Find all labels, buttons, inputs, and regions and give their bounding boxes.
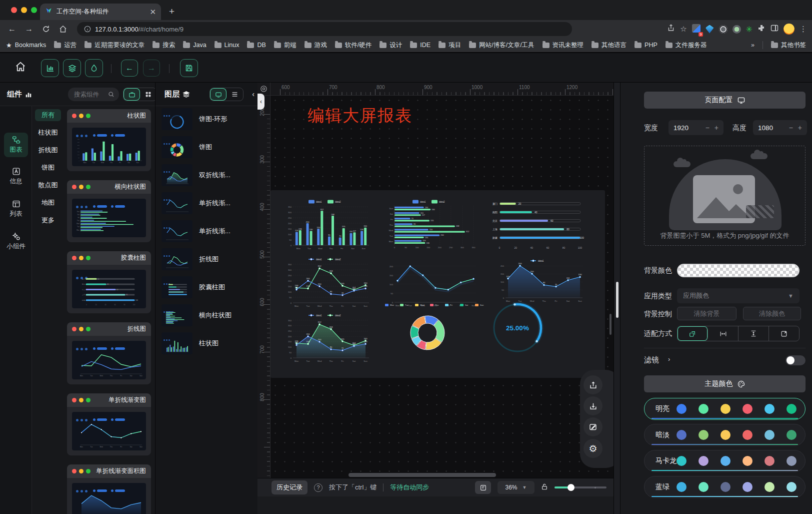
theme-color-dot[interactable] (742, 404, 752, 414)
chart-donut-pie[interactable]: MonTueWedThuFriSatSun (383, 303, 493, 355)
zoom-slider-knob[interactable] (568, 484, 574, 491)
category-折线图[interactable]: 折线图 (35, 144, 61, 156)
layer-item[interactable]: 横向柱状图 (162, 304, 254, 326)
theme-color-dot[interactable] (764, 404, 774, 414)
chart-dual-line[interactable]: data1data2050100150200250300350136130312… (280, 255, 372, 313)
sidebar-item-小组件[interactable]: 小组件 (4, 232, 28, 251)
tab-close-icon[interactable]: ✕ (150, 8, 156, 17)
theme-color-dot[interactable] (720, 482, 730, 492)
theme-color-dot[interactable] (676, 404, 686, 414)
theme-color-dot[interactable] (676, 482, 686, 492)
bookmark-item[interactable]: 前端 (274, 41, 296, 50)
height-minus[interactable]: − (789, 124, 793, 132)
layer-item[interactable]: 单折线渐... (162, 220, 254, 242)
bookmark-item[interactable]: 资讯未整理 (542, 41, 584, 50)
extension-green-icon[interactable] (732, 25, 741, 34)
clear-background-button[interactable]: 清除背景 (677, 307, 736, 320)
layer-item[interactable]: 柱状图 (162, 332, 254, 354)
theme-row-马卡龙[interactable]: 马卡龙 (644, 450, 806, 472)
layer-item[interactable]: 饼图-环形 (162, 108, 254, 130)
category-饼图[interactable]: 饼图 (35, 162, 61, 174)
theme-color-dot[interactable] (764, 482, 774, 492)
height-stepper[interactable]: 1080−+ (753, 120, 807, 135)
width-minus[interactable]: − (706, 124, 710, 132)
detail-panel-button[interactable] (475, 481, 491, 494)
bookmark-item[interactable]: Linux (214, 41, 240, 50)
export-icon[interactable] (584, 375, 602, 394)
bookmark-item[interactable]: 软件/硬件 (335, 41, 372, 50)
theme-color-dot[interactable] (720, 430, 730, 440)
bookmark-item[interactable]: PHP (634, 41, 658, 50)
bookmark-item[interactable]: 近期需要读的文章 (84, 41, 144, 50)
width-stepper[interactable]: 1920−+ (668, 120, 724, 135)
chrome-menu-icon[interactable]: ⋮ (800, 25, 807, 34)
chart-capsule-bar[interactable]: 厦门20南阳40北京60上海80新疆100020406080100 (488, 199, 585, 250)
theme-color-dot[interactable] (786, 430, 796, 440)
forward-icon[interactable]: → (22, 22, 36, 36)
theme-color-dot[interactable] (786, 482, 796, 492)
bookmark-item[interactable]: 文件服务器 (666, 41, 707, 50)
component-card[interactable]: 折线图MonTueWedThuFriSatSun (67, 322, 151, 384)
theme-color-dot[interactable] (698, 404, 708, 414)
filter-expand-icon[interactable]: › (668, 355, 670, 363)
theme-color-dot[interactable] (698, 430, 708, 440)
bookmark-item[interactable]: 运营 (54, 41, 76, 50)
grid-view-toggle[interactable] (140, 88, 156, 101)
layers-list-toggle[interactable] (226, 88, 243, 101)
site-info-icon[interactable] (84, 26, 91, 33)
category-地图[interactable]: 地图 (35, 197, 61, 209)
fit-scale-option[interactable] (678, 326, 708, 341)
other-bookmarks[interactable]: 其他书签 (771, 41, 806, 50)
theme-color-dot[interactable] (742, 456, 752, 466)
category-散点图[interactable]: 散点图 (35, 179, 61, 191)
theme-color-dot[interactable] (720, 456, 730, 466)
minimize-window-button[interactable] (21, 7, 27, 13)
dashboard-preview[interactable]: data1data2050100150200250300350120136Mon… (270, 190, 605, 378)
bookmark-item[interactable]: 游戏 (304, 41, 327, 50)
layers-thumbnail-toggle[interactable] (210, 88, 226, 101)
side-panel-icon[interactable] (770, 24, 778, 34)
bookmark-item[interactable]: Java (183, 41, 206, 50)
bookmarks-root[interactable]: ★Bookmarks (6, 42, 46, 49)
sidebar-item-信息[interactable]: 信息 (4, 167, 28, 186)
zoom-select[interactable]: 36%▼ (498, 481, 534, 494)
theme-color-dot[interactable] (698, 482, 708, 492)
back-icon[interactable]: ← (5, 22, 19, 36)
bookmark-item[interactable]: 搜索 (152, 41, 175, 50)
layers-tool-button[interactable] (63, 59, 81, 77)
extension-dark-icon[interactable] (719, 25, 728, 34)
search-icon[interactable] (108, 91, 114, 100)
right-panel-scroll-thumb[interactable] (616, 282, 618, 318)
url-bar[interactable]: 127.0.0.1:3000/#/chart/home/9 (77, 22, 572, 36)
profile-avatar[interactable] (784, 24, 794, 35)
component-card[interactable]: 单折线渐变面积图MonTueWedThuFriSatSun (67, 464, 151, 514)
bookmarks-overflow[interactable]: » (751, 42, 754, 49)
theme-row-明亮[interactable]: 明亮 (644, 398, 806, 420)
theme-color-dot[interactable] (720, 404, 730, 414)
right-panel-scrollbar[interactable] (614, 83, 620, 514)
theme-color-header[interactable]: 主题颜色 (644, 375, 806, 392)
category-更多[interactable]: 更多 (35, 214, 61, 226)
collapse-layers-icon[interactable]: ‹ (252, 90, 254, 98)
layer-item[interactable]: 单折线渐... (162, 192, 254, 214)
sidebar-item-图表[interactable]: 图表 (4, 133, 28, 157)
settings-gear-icon[interactable]: ⚙ (584, 439, 602, 458)
app-home-icon[interactable] (15, 61, 26, 74)
background-upload-dropzone[interactable]: 背景图需小于 5M，格式为 png/jpg/gif 的文件 (644, 146, 806, 246)
edit-icon[interactable] (584, 417, 602, 436)
extension-g-icon[interactable]: 9 (692, 24, 700, 35)
bookmark-item[interactable]: 项目 (438, 41, 461, 50)
chart-horizontal-bar[interactable]: data1data2050100150200250300350130160Sun… (382, 198, 482, 255)
bookmark-item[interactable]: 网站/博客/文章/工具 (469, 41, 534, 50)
extensions-puzzle-icon[interactable] (758, 24, 766, 34)
fit-width-option[interactable] (708, 326, 738, 341)
theme-color-dot[interactable] (786, 456, 796, 466)
filter-toggle[interactable] (786, 355, 806, 365)
new-tab-button[interactable]: + (169, 5, 174, 18)
lock-icon[interactable] (541, 483, 548, 492)
theme-row-暗淡[interactable]: 暗淡 (644, 424, 806, 446)
component-card[interactable]: 横向柱状图SunSatFriThuWedTueMon (67, 180, 151, 242)
undo-button[interactable]: ← (121, 60, 138, 77)
app-type-select[interactable]: 应用颜色▼ (677, 288, 800, 303)
category-柱状图[interactable]: 柱状图 (35, 127, 61, 139)
